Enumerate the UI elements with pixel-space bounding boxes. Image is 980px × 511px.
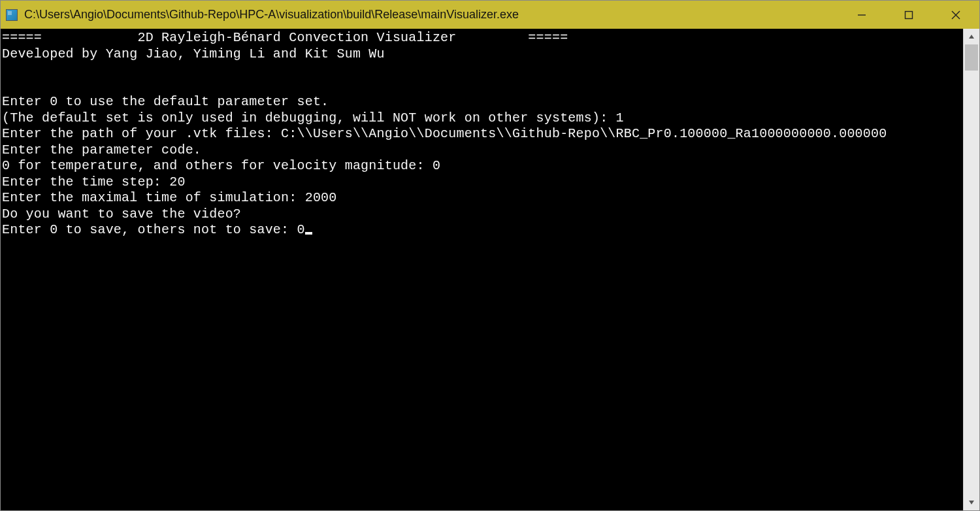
console-line: 0 for temperature, and others for veloci…: [2, 158, 440, 173]
svg-marker-4: [969, 35, 974, 39]
console-output[interactable]: ===== 2D Rayleigh-Bénard Convection Visu…: [1, 29, 963, 510]
window-titlebar[interactable]: C:\Users\Angio\Documents\Github-Repo\HPC…: [1, 1, 979, 29]
console-window: C:\Users\Angio\Documents\Github-Repo\HPC…: [0, 0, 980, 511]
scroll-up-button[interactable]: [964, 29, 979, 44]
close-icon: [951, 10, 960, 20]
svg-rect-1: [906, 11, 913, 18]
console-line: Enter 0 to use the default parameter set…: [2, 94, 329, 109]
console-line: (The default set is only used in debuggi…: [2, 110, 624, 125]
vertical-scrollbar[interactable]: [963, 29, 979, 510]
console-line: Enter the maximal time of simulation: 20…: [2, 190, 336, 205]
console-body: ===== 2D Rayleigh-Bénard Convection Visu…: [1, 29, 979, 510]
scrollbar-thumb[interactable]: [965, 44, 978, 71]
console-line: Enter the parameter code.: [2, 142, 201, 157]
app-icon: [6, 9, 18, 21]
close-button[interactable]: [932, 1, 979, 29]
minimize-icon: [857, 10, 866, 20]
scroll-down-button[interactable]: [964, 495, 979, 510]
console-line: Developed by Yang Jiao, Yiming Li and Ki…: [2, 46, 385, 61]
console-line: Do you want to save the video?: [2, 206, 241, 222]
maximize-button[interactable]: [885, 1, 932, 29]
svg-marker-5: [969, 501, 974, 504]
scrollbar-track[interactable]: [964, 44, 979, 495]
window-controls: [838, 1, 979, 29]
minimize-button[interactable]: [838, 1, 885, 29]
text-cursor: [305, 232, 312, 235]
console-line: Enter the time step: 20: [2, 174, 186, 190]
console-line: Enter the path of your .vtk files: C:\\U…: [2, 126, 887, 141]
chevron-up-icon: [968, 33, 975, 40]
console-line: Enter 0 to save, others not to save: 0: [2, 222, 305, 237]
console-line: ===== 2D Rayleigh-Bénard Convection Visu…: [2, 30, 568, 45]
chevron-down-icon: [968, 499, 975, 506]
maximize-icon: [904, 10, 913, 20]
window-title: C:\Users\Angio\Documents\Github-Repo\HPC…: [24, 8, 838, 22]
